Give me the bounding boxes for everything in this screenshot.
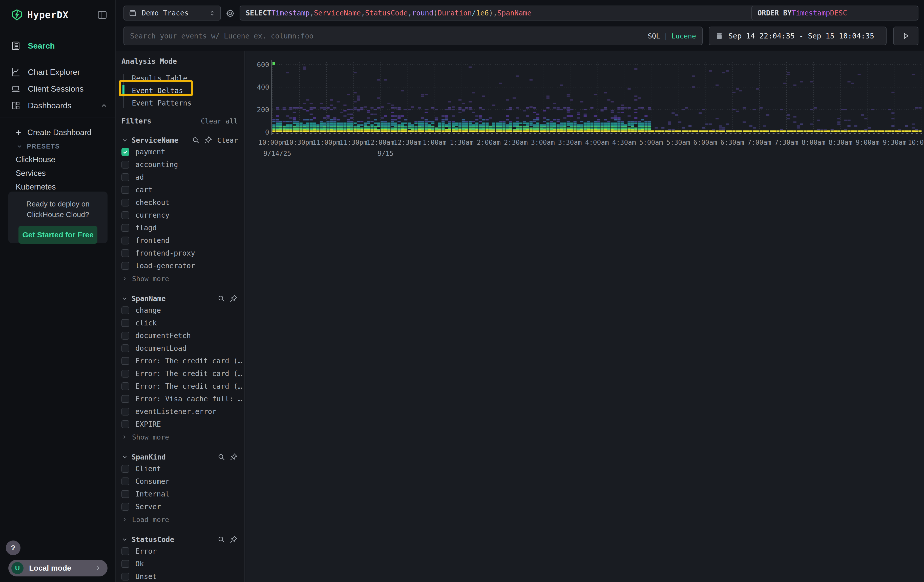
search-icon[interactable] [191,136,200,145]
run-query-button[interactable] [893,26,918,45]
mode-lucene[interactable]: Lucene [671,32,696,40]
filter-checkbox-row[interactable]: flagd [121,223,244,233]
filter-checkbox-row[interactable]: change [121,305,244,315]
clear-filter-button[interactable]: Clear [217,137,238,144]
filter-group-title[interactable]: SpanName [132,295,166,303]
checkbox-unchecked[interactable] [121,332,129,340]
filter-checkbox-row[interactable]: accounting [121,159,244,170]
search-icon[interactable] [217,294,226,303]
checkbox-unchecked[interactable] [121,383,129,390]
checkbox-checked[interactable] [121,148,129,156]
checkbox-unchecked[interactable] [121,478,129,485]
help-button[interactable]: ? [6,541,20,555]
checkbox-unchecked[interactable] [121,395,129,403]
checkbox-unchecked[interactable] [121,173,129,181]
tab-results-table[interactable]: Results Table [122,72,244,84]
sidebar-item-search[interactable]: Search [0,38,116,54]
sidebar-item-chart-explorer[interactable]: Chart Explorer [0,64,116,81]
local-mode-button[interactable]: U Local mode [8,560,107,576]
get-started-button[interactable]: Get Started for Free [18,226,97,244]
filter-checkbox-row[interactable]: Error: The credit card (… [121,368,244,379]
filter-checkbox-row[interactable]: ad [121,172,244,183]
filter-checkbox-row[interactable]: cart [121,185,244,195]
filter-group-title[interactable]: ServiceName [132,136,178,145]
checkbox-unchecked[interactable] [121,408,129,415]
show-more-button[interactable]: Show more [121,274,244,284]
checkbox-unchecked[interactable] [121,547,129,555]
source-select[interactable]: Demo Traces [124,6,221,20]
checkbox-unchecked[interactable] [121,161,129,168]
search-icon[interactable] [217,453,226,461]
checkbox-unchecked[interactable] [121,465,129,473]
filter-checkbox-row[interactable]: Ok [121,559,244,569]
checkbox-unchecked[interactable] [121,345,129,352]
pin-icon[interactable] [229,535,238,544]
chevron-down-icon[interactable] [121,137,128,143]
checkbox-unchecked[interactable] [121,186,129,194]
filter-checkbox-row[interactable]: Error: The credit card (… [121,356,244,366]
filter-group-title[interactable]: StatusCode [132,536,174,544]
show-more-button[interactable]: Load more [121,514,244,524]
checkbox-unchecked[interactable] [121,490,129,498]
create-dashboard-button[interactable]: Create Dashboard [0,125,116,140]
filter-checkbox-row[interactable]: documentLoad [121,343,244,353]
checkbox-unchecked[interactable] [121,237,129,244]
preset-services[interactable]: Services [0,167,116,180]
filter-checkbox-row[interactable]: payment [121,147,244,157]
checkbox-unchecked[interactable] [121,503,129,511]
filter-checkbox-row[interactable]: Error [121,546,244,556]
sidebar-item-dashboards[interactable]: Dashboards [0,97,116,114]
checkbox-unchecked[interactable] [121,262,129,270]
filter-checkbox-row[interactable]: Error: The credit card (… [121,381,244,391]
mode-sql[interactable]: SQL [648,32,660,40]
presets-toggle[interactable]: PRESETS [0,140,116,153]
lucene-search-input[interactable]: Search your events w/ Lucene ex. column:… [124,26,703,45]
sidebar-item-client-sessions[interactable]: Client Sessions [0,81,116,97]
preset-clickhouse[interactable]: ClickHouse [0,153,116,167]
filter-checkbox-row[interactable]: click [121,318,244,328]
checkbox-unchecked[interactable] [121,319,129,327]
pin-icon[interactable] [204,136,212,145]
checkbox-unchecked[interactable] [121,211,129,219]
filter-checkbox-row[interactable]: checkout [121,197,244,208]
filter-checkbox-row[interactable]: Unset [121,571,244,582]
order-by-input[interactable]: ORDER BY Timestamp DESC [751,6,918,20]
chevron-down-icon[interactable] [121,454,128,460]
filter-checkbox-row[interactable]: documentFetch [121,330,244,341]
search-icon[interactable] [217,535,226,544]
filter-checkbox-row[interactable]: Consumer [121,476,244,486]
checkbox-unchecked[interactable] [121,224,129,232]
filter-checkbox-row[interactable]: frontend-proxy [121,248,244,258]
checkbox-unchecked[interactable] [121,573,129,580]
chevron-down-icon[interactable] [121,295,128,302]
checkbox-unchecked[interactable] [121,420,129,428]
filter-checkbox-row[interactable]: EXPIRE [121,419,244,429]
chevron-down-icon[interactable] [121,536,128,543]
filter-checkbox-row[interactable]: Error: Visa cache full: … [121,394,244,404]
checkbox-unchecked[interactable] [121,357,129,365]
filter-checkbox-row[interactable]: eventListener.error [121,406,244,417]
checkbox-unchecked[interactable] [121,307,129,314]
filter-checkbox-row[interactable]: Internal [121,489,244,499]
checkbox-unchecked[interactable] [121,199,129,206]
tab-event-deltas[interactable]: Event Deltas [122,84,244,97]
duration-heatmap-canvas[interactable] [272,61,922,135]
gear-icon[interactable] [225,8,235,18]
sidebar-collapse-icon[interactable] [97,10,108,20]
filter-checkbox-row[interactable]: load-generator [121,260,244,271]
checkbox-unchecked[interactable] [121,560,129,568]
filter-checkbox-row[interactable]: Client [121,463,244,474]
pin-icon[interactable] [229,453,238,461]
filter-checkbox-row[interactable]: currency [121,210,244,220]
filter-checkbox-row[interactable]: frontend [121,235,244,246]
date-range-picker[interactable]: Sep 14 22:04:35 - Sep 15 10:04:35 [709,26,886,45]
checkbox-unchecked[interactable] [121,370,129,378]
show-more-button[interactable]: Show more [121,432,244,442]
filter-checkbox-row[interactable]: Server [121,501,244,512]
sql-token: Timestamp [792,9,830,17]
filter-group-title[interactable]: SpanKind [132,453,166,461]
tab-event-patterns[interactable]: Event Patterns [122,97,244,109]
checkbox-unchecked[interactable] [121,249,129,257]
clear-all-button[interactable]: Clear all [201,117,238,125]
pin-icon[interactable] [229,294,238,303]
